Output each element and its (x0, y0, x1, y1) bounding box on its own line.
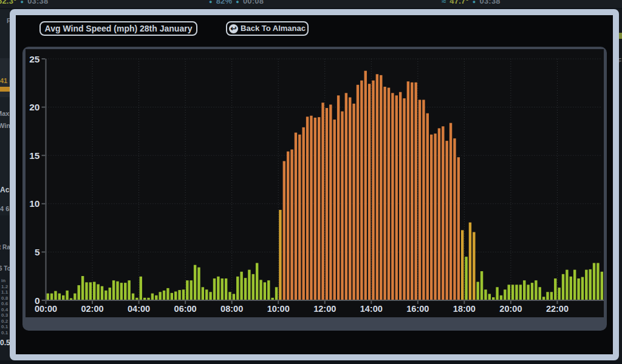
wind-speed-bar (419, 99, 421, 300)
wind-speed-bar (430, 135, 432, 300)
wind-speed-bar (233, 294, 235, 300)
wind-speed-bar (326, 108, 328, 300)
wind-speed-bar (321, 103, 324, 300)
wind-speed-bar (290, 149, 293, 300)
wind-speed-bar (577, 278, 579, 300)
wind-speed-bar (542, 297, 545, 300)
y-axis-label: 25 (29, 54, 40, 64)
background-status-fragment: ≈47.7°●03:38 (442, 0, 501, 5)
weather-dashboard-screen: 52.3°●03:38●82%●00:08≈47.7°●03:38 41 5Ma… (0, 0, 622, 364)
wind-speed-bar (47, 294, 49, 300)
wind-speed-bar (209, 292, 211, 300)
chart-panel: 051015202500:0002:0004:0006:0008:0010:00… (22, 47, 607, 331)
x-axis-label: 12:00 (313, 304, 336, 314)
x-axis-label: 00:00 (35, 304, 57, 314)
wind-speed-bar (527, 285, 529, 300)
wind-speed-bar (287, 152, 289, 300)
wind-speed-bar (434, 133, 436, 300)
wind-speed-bar (438, 128, 440, 300)
x-axis-label: 22:00 (546, 304, 569, 314)
x-axis-label: 04:00 (128, 304, 150, 314)
wind-speed-bar (337, 95, 340, 300)
wind-speed-bar (135, 298, 138, 300)
wind-speed-bar (85, 282, 87, 300)
wind-speed-bar (151, 294, 154, 300)
chart-modal: Avg Wind Speed (mph) 28th January ↩ Back… (10, 9, 619, 360)
wind-speed-bar (101, 286, 103, 300)
wind-speed-bar (155, 295, 157, 300)
wind-speed-bar (54, 291, 56, 300)
wind-speed-bar (407, 81, 409, 300)
wind-speed-bar (372, 81, 374, 300)
back-arrow-icon: ↩ (229, 24, 238, 33)
wind-speed-bar (562, 274, 564, 300)
background-left-text-fragment: 0.5 (0, 339, 10, 347)
wind-speed-bar (411, 83, 413, 300)
wind-speed-bar (306, 116, 309, 300)
wind-speed-bar (81, 276, 84, 300)
wind-speed-bar (171, 293, 173, 300)
wind-speed-bar (364, 71, 367, 300)
wind-speed-bar (128, 280, 130, 300)
wind-speed-bar (248, 270, 250, 300)
wind-speed-bar (388, 88, 390, 300)
modal-titlebar: Avg Wind Speed (mph) 28th January ↩ Back… (16, 15, 613, 43)
wind-speed-bar (570, 277, 572, 300)
wind-speed-bar (445, 141, 448, 300)
y-axis-label: 15 (29, 150, 40, 161)
chart-title-badge: Avg Wind Speed (mph) 28th January (39, 21, 197, 36)
background-left-text-fragment: Ac (0, 186, 9, 194)
wind-speed-bar (515, 285, 518, 300)
wind-speed-bar (329, 104, 332, 300)
wind-speed-bar (252, 274, 255, 300)
back-to-almanac-button[interactable]: ↩ Back To Almanac (226, 21, 309, 36)
wind-speed-bar (523, 280, 525, 300)
wind-speed-bar (519, 285, 522, 300)
wind-speed-bar (473, 232, 475, 300)
background-bottom-strip (0, 360, 622, 364)
x-axis-label: 08:00 (220, 304, 243, 314)
wind-speed-bar (104, 291, 107, 300)
wind-speed-bar (186, 280, 188, 300)
wind-speed-bar (414, 83, 417, 300)
wind-speed-bar (469, 223, 471, 300)
wind-speed-bar (449, 123, 452, 300)
y-axis-label: 10 (29, 198, 39, 209)
wind-speed-bar (50, 294, 53, 300)
background-left-text-fragment: t Ra (0, 244, 10, 251)
wind-speed-bar (70, 298, 72, 300)
wind-speed-bar (62, 295, 64, 300)
wind-speed-bar (581, 277, 584, 300)
background-status-fragment: ●82%●00:08 (209, 0, 264, 5)
wind-speed-bar (271, 298, 273, 300)
background-left-text-fragment: 4 6 (0, 205, 9, 212)
wind-speed-bar (511, 285, 514, 300)
background-left-text-fragment: Max (0, 110, 9, 117)
wind-speed-bar (58, 294, 61, 300)
x-axis-label: 02:00 (81, 304, 103, 314)
chart-svg: 051015202500:0002:0004:0006:0008:0010:00… (26, 49, 604, 317)
wind-speed-bar (601, 272, 603, 300)
wind-speed-bar (550, 292, 553, 300)
wind-speed-bar (310, 116, 312, 300)
wind-speed-bar (295, 133, 297, 300)
y-axis-line (46, 59, 47, 301)
wind-speed-bar (488, 294, 491, 300)
background-status-fragment: 52.3°●03:38 (0, 0, 48, 5)
wind-speed-bar (426, 113, 429, 300)
wind-speed-bar (197, 268, 200, 300)
wind-speed-bar (132, 294, 134, 300)
wind-speed-bar (380, 75, 382, 300)
background-olive-chip-fragment (619, 33, 622, 39)
wind-speed-bar (484, 289, 487, 300)
wind-speed-bar (182, 289, 185, 300)
wind-speed-bar (163, 291, 165, 300)
wind-speed-bar (159, 292, 161, 300)
x-axis-label: 16:00 (406, 304, 429, 314)
wind-speed-bar (496, 287, 498, 300)
wind-speed-bar (194, 265, 196, 300)
wind-speed-bar (112, 280, 115, 300)
wind-speed-bar (66, 291, 68, 300)
wind-speed-bar (465, 257, 467, 300)
wind-speed-bar (504, 289, 506, 300)
